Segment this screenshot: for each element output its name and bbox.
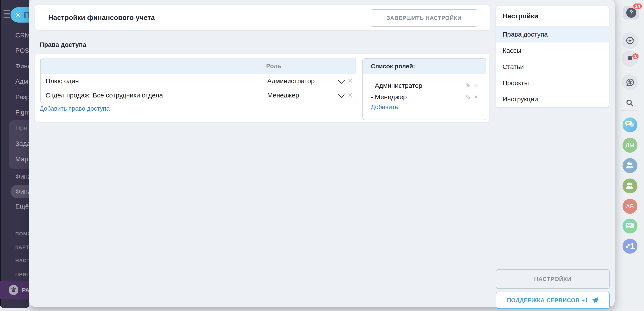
table-row: Отдел продаж: Все сотрудники отдела Мене… (41, 88, 356, 102)
sidebar-item-zada[interactable]: Зада (15, 139, 29, 148)
edit-role-icon[interactable]: ✎ (464, 93, 472, 101)
add-role-link[interactable]: Добавить (371, 104, 398, 110)
settings-nav-item-access[interactable]: Права доступа (496, 26, 609, 42)
sidebar-item-crm[interactable]: CRM (15, 31, 29, 40)
roles-panel-title: Список ролей: (371, 63, 415, 70)
sidebar-item-invite[interactable]: ПРИГЛ (15, 271, 29, 278)
news-avatar[interactable] (622, 218, 638, 234)
role-list-item: - Администратор (371, 82, 422, 89)
group-avatar-blue[interactable] (622, 158, 638, 173)
chevron-down-icon[interactable] (338, 77, 345, 84)
settings-nav-item-stati[interactable]: Статьи (496, 59, 609, 75)
sidebar-item-fin3-selected[interactable]: Фина (15, 187, 29, 196)
sidebar-item-pri[interactable]: При (15, 124, 28, 132)
sidebar-item-adm[interactable]: Адм (15, 77, 28, 86)
sidebar-item-fin2[interactable]: Фина (15, 172, 29, 181)
sidebar-item-map[interactable]: КАРТА (15, 244, 29, 250)
divider (621, 27, 638, 27)
access-subject-name: Отдел продаж: Все сотрудники отдела (41, 92, 267, 99)
delete-role-icon[interactable]: × (472, 82, 480, 90)
role-select[interactable]: Менеджер × (267, 88, 356, 102)
newspaper-icon (626, 223, 632, 228)
settings-nav-title: Настройки (496, 6, 609, 26)
page-title: Настройки финансового учета (48, 14, 155, 22)
hamburger-menu-icon[interactable] (4, 10, 10, 20)
plus-one-avatar[interactable]: 1 (622, 239, 638, 254)
settings-nav-card: Настройки Права доступа Кассы Статьи Про… (496, 6, 609, 107)
sidebar-edge (0, 0, 1, 308)
panel-header: Настройки финансового учета ЗАВЕРШИТЬ НА… (35, 5, 490, 30)
user-avatar-dm[interactable]: ДМ (622, 138, 638, 153)
group-icon (625, 181, 635, 190)
close-icon[interactable]: × (15, 7, 21, 22)
avatar-initials: АБ (626, 203, 634, 210)
role-select-value: Администратор (267, 77, 314, 85)
notifications-count-badge: 1 (632, 53, 639, 60)
chat-transfer-button[interactable] (622, 74, 638, 90)
edit-role-icon[interactable]: ✎ (464, 82, 472, 90)
divider (621, 94, 638, 94)
table-row: Плюс один Администратор × (41, 74, 356, 88)
add-access-right-link[interactable]: Добавить право доступа (40, 105, 110, 112)
sidebar-item-help[interactable]: ПОМО (15, 230, 29, 237)
column-header-role: Роль (266, 58, 281, 74)
delete-role-icon[interactable]: × (472, 93, 480, 101)
table-header-row: Роль (41, 58, 356, 74)
group-icon (625, 161, 635, 170)
sidebar-item-razr[interactable]: Разр (15, 93, 29, 102)
roles-panel-header: Список ролей: (363, 59, 486, 74)
upgrade-plan-banner[interactable]: ♛ РА (0, 281, 29, 299)
crown-icon: ♛ (9, 285, 18, 295)
support-services-label: ПОДДЕРЖКА СЕРВИСОВ +1 (507, 297, 588, 304)
updates-button[interactable] (622, 32, 638, 49)
upgrade-plan-label: РА (22, 287, 29, 294)
sidebar-item-settings[interactable]: НАСТ (15, 257, 29, 264)
app-sidebar: CRM POS Фина Адм Разр Figm При Зада Мар … (0, 0, 29, 308)
finance-settings-panel: Настройки финансового учета ЗАВЕРШИТЬ НА… (29, 0, 615, 306)
avatar-initials: ДМ (626, 142, 634, 149)
settings-nav-item-instrukcii[interactable]: Инструкции (496, 91, 609, 107)
remove-row-icon[interactable]: × (348, 74, 353, 88)
refresh-star-icon (625, 36, 635, 46)
user-avatar-ab[interactable]: АБ (622, 199, 638, 214)
section-title-access-rights: Права доступа (40, 41, 86, 48)
access-subject-name: Плюс один (41, 77, 267, 85)
role-list-item: - Менеджер (371, 93, 407, 101)
sidebar-item-fin1[interactable]: Фина (15, 62, 29, 70)
help-count-badge: 14 (632, 3, 642, 10)
telegram-icon (591, 297, 599, 304)
right-icon-bar: ? 14 1 (615, 0, 644, 311)
chat-arrows-icon (625, 77, 635, 88)
role-select[interactable]: Администратор × (267, 74, 356, 88)
sidebar-item-mar[interactable]: Мар (15, 155, 28, 164)
remove-row-icon[interactable]: × (348, 88, 353, 102)
sidebar-item-figma[interactable]: Figm (15, 108, 29, 117)
settings-button[interactable]: НАСТРОЙКИ (496, 270, 610, 289)
chevron-down-icon[interactable] (338, 91, 345, 98)
group-avatar-green[interactable] (622, 178, 638, 194)
roles-list-panel: Список ролей: - Администратор ✎ × - Мене… (362, 58, 486, 120)
sidebar-item-more[interactable]: Ещё (15, 202, 29, 211)
plus-one-label: 1 (630, 241, 635, 251)
divider (621, 110, 638, 110)
search-icon (625, 98, 635, 108)
search-button[interactable] (625, 98, 635, 108)
support-services-button[interactable]: ПОДДЕРЖКА СЕРВИСОВ +1 (496, 292, 610, 309)
finish-settings-button[interactable]: ЗАВЕРШИТЬ НАСТРОЙКИ (371, 9, 477, 27)
steps-icon (626, 246, 628, 248)
access-rights-table: Роль Плюс один Администратор × Отдел про… (40, 58, 356, 103)
settings-nav-item-kassy[interactable]: Кассы (496, 42, 609, 59)
settings-nav-item-proekty[interactable]: Проекты (496, 75, 609, 91)
sidebar-item-pos[interactable]: POS (15, 46, 29, 55)
messenger-avatar[interactable] (622, 118, 638, 132)
role-select-value: Менеджер (267, 92, 299, 99)
